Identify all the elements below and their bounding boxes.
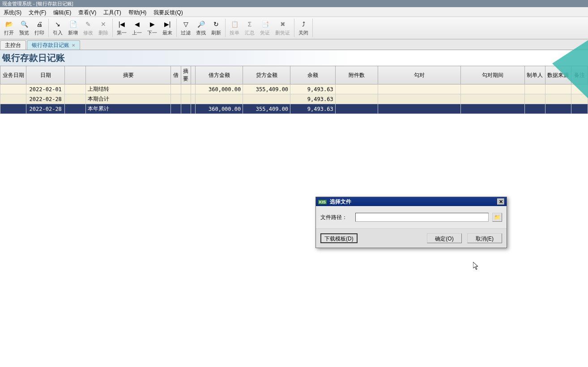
toolbar-凭证: 📑凭证 <box>257 19 273 37</box>
table-row[interactable]: 2022-02-28本期合计9,493.63 <box>0 94 588 104</box>
打开-icon: 📂 <box>4 20 13 29</box>
window-title: 现金管理系统 - [银行存款日记账] <box>2 1 73 6</box>
toolbar-关闭[interactable]: ⤴关闭 <box>296 19 311 37</box>
kis-logo-icon: KIS <box>318 200 327 204</box>
toolbar-上一[interactable]: ◀上一 <box>129 19 145 37</box>
按单-icon: 📋 <box>230 20 239 29</box>
下一-icon: ▶ <box>148 20 157 29</box>
column-header[interactable]: 附件数 <box>335 66 378 84</box>
修改-icon: ✎ <box>84 20 93 29</box>
上一-icon: ◀ <box>132 20 141 29</box>
folder-icon: 📁 <box>494 214 501 220</box>
toolbar-第一[interactable]: |◀第一 <box>114 19 129 37</box>
汇总-icon: Σ <box>245 20 254 29</box>
download-template-button[interactable]: 下载模板(D) <box>320 233 358 243</box>
toolbar-修改: ✎修改 <box>81 19 96 37</box>
凭证-icon: 📑 <box>260 20 269 29</box>
column-header[interactable]: 勾对 <box>378 66 460 84</box>
关闭-icon: ⤴ <box>299 20 308 29</box>
column-header[interactable]: 日期 <box>26 66 65 84</box>
column-header[interactable]: 贷方金额 <box>243 66 290 84</box>
mouse-cursor <box>473 262 480 273</box>
toolbar-最末[interactable]: ▶|最末 <box>160 19 175 37</box>
引入-icon: ↘ <box>53 20 62 29</box>
menu-edit[interactable]: 编辑(E) <box>50 8 75 16</box>
page-title: 银行存款日记账 <box>2 52 65 64</box>
column-header[interactable]: 勾对期间 <box>461 66 525 84</box>
toolbar-删除: ✕删除 <box>96 19 111 37</box>
刷新-icon: ↻ <box>212 20 221 29</box>
file-path-label: 文件路径： <box>320 214 352 221</box>
close-icon[interactable]: ✕ <box>72 43 75 48</box>
menu-feedback[interactable]: 我要反馈(Q) <box>150 8 186 16</box>
tab-strip: 主控台 银行存款日记账 ✕ <box>0 39 588 50</box>
column-header[interactable]: 借 <box>171 66 181 84</box>
table-row[interactable]: 2022-02-28本年累计360,000.00355,409.009,493.… <box>0 104 588 114</box>
browse-button[interactable]: 📁 <box>492 213 502 222</box>
toolbar-汇总: Σ汇总 <box>242 19 257 37</box>
tab-bank-deposit-journal[interactable]: 银行存款日记账 ✕ <box>27 40 80 50</box>
过滤-icon: ▽ <box>181 20 190 29</box>
menu-view[interactable]: 查看(V) <box>75 8 100 16</box>
window-title-bar: 现金管理系统 - [银行存款日记账] <box>0 0 588 7</box>
column-header[interactable]: 摘要 <box>85 66 171 84</box>
toolbar-查找[interactable]: 🔎查找 <box>193 19 209 37</box>
打印-icon: 🖨 <box>35 20 44 29</box>
查找-icon: 🔎 <box>196 20 205 29</box>
dialog-close-button[interactable]: ✕ <box>497 198 504 205</box>
cancel-button[interactable]: 取消(E) <box>467 233 502 243</box>
column-header[interactable]: 制单人 <box>525 66 545 84</box>
toolbar-预览[interactable]: 🔍预览 <box>17 19 32 37</box>
table-row[interactable]: 2022-02-01上期结转360,000.00355,409.009,493.… <box>0 84 588 94</box>
删除-icon: ✕ <box>99 20 108 29</box>
toolbar-下一[interactable]: ▶下一 <box>145 19 160 37</box>
toolbar-按单: 📋按单 <box>227 19 242 37</box>
toolbar: 📂打开🔍预览🖨打印↘引入📄新增✎修改✕删除|◀第一◀上一▶下一▶|最末▽过滤🔎查… <box>0 17 588 39</box>
tab-main-console[interactable]: 主控台 <box>0 40 26 50</box>
删凭证-icon: ✖ <box>278 20 287 29</box>
file-select-dialog: KIS 选择文件 ✕ 文件路径： 📁 下载模板(D) 确定(O) 取消(E) <box>315 197 507 248</box>
file-path-input[interactable] <box>355 213 489 222</box>
column-header[interactable] <box>191 66 196 84</box>
menu-system[interactable]: 系统(S) <box>0 8 25 16</box>
dialog-footer: 下载模板(D) 确定(O) 取消(E) <box>316 228 507 248</box>
column-header[interactable]: 余额 <box>290 66 336 84</box>
新增-icon: 📄 <box>68 20 77 29</box>
page-header: 银行存款日记账 <box>0 50 588 66</box>
menu-help[interactable]: 帮助(H) <box>125 8 150 16</box>
最末-icon: ▶| <box>163 20 172 29</box>
column-header[interactable]: 摘要 <box>181 66 191 84</box>
menu-file[interactable]: 文件(F) <box>25 8 50 16</box>
menu-tools[interactable]: 工具(T) <box>100 8 124 16</box>
menu-bar: 系统(S) 文件(F) 编辑(E) 查看(V) 工具(T) 帮助(H) 我要反馈… <box>0 7 588 17</box>
dialog-title: 选择文件 <box>330 198 351 205</box>
toolbar-打开[interactable]: 📂打开 <box>1 19 17 37</box>
预览-icon: 🔍 <box>20 20 29 29</box>
data-table-container: 业务日期日期摘要借摘要借方金额贷方金额余额附件数勾对勾对期间制单人数据来源备注 … <box>0 66 588 114</box>
toolbar-打印[interactable]: 🖨打印 <box>32 19 47 37</box>
toolbar-删凭证: ✖删凭证 <box>273 19 293 37</box>
column-header[interactable]: 借方金额 <box>196 66 243 84</box>
toolbar-新增[interactable]: 📄新增 <box>65 19 81 37</box>
dialog-title-bar[interactable]: KIS 选择文件 ✕ <box>316 197 507 206</box>
toolbar-过滤[interactable]: ▽过滤 <box>178 19 193 37</box>
column-header[interactable]: 业务日期 <box>0 66 26 84</box>
column-header[interactable] <box>65 66 86 84</box>
toolbar-刷新[interactable]: ↻刷新 <box>209 19 224 37</box>
第一-icon: |◀ <box>117 20 126 29</box>
ok-button[interactable]: 确定(O) <box>427 233 462 243</box>
journal-table: 业务日期日期摘要借摘要借方金额贷方金额余额附件数勾对勾对期间制单人数据来源备注 … <box>0 66 588 114</box>
dialog-body: 文件路径： 📁 <box>316 206 507 228</box>
toolbar-引入[interactable]: ↘引入 <box>50 19 65 37</box>
